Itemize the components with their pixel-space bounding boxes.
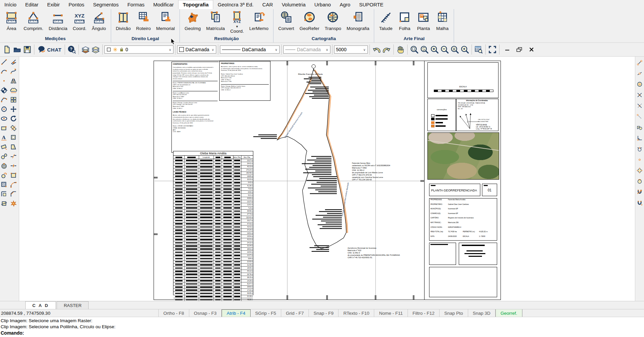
zoom-window-icon[interactable] <box>409 44 419 55</box>
ribbon-button-convert[interactable]: Convert <box>276 10 297 32</box>
ribbon-tab-editar[interactable]: Editar <box>21 0 43 9</box>
snap-off-icon[interactable] <box>636 188 644 196</box>
ribbon-button-matrcula[interactable]: Matrícula <box>203 10 228 32</box>
angle-line-icon[interactable] <box>9 58 18 66</box>
snap-quadrant-icon[interactable] <box>636 166 644 175</box>
ribbon-button-lermemo[interactable]: LerMemo <box>247 10 271 32</box>
ribbon-tab-in-cio[interactable]: Início <box>0 0 21 9</box>
ribbon-tab-urbano[interactable]: Urbano <box>310 0 335 9</box>
ribbon-button-roteiro[interactable]: Roteiro <box>133 10 154 32</box>
chevron-down-icon[interactable]: ∨ <box>212 48 214 52</box>
spline-icon[interactable] <box>9 67 18 75</box>
chevron-down-icon[interactable]: ∨ <box>169 48 171 52</box>
cad-canvas[interactable]: CONFRONTANTESConcordamos com as medidas … <box>19 57 635 301</box>
ribbon-tab-agro[interactable]: Agro <box>335 0 355 9</box>
move-icon[interactable] <box>9 105 18 113</box>
toggle-snap-f9[interactable]: Snap - F9 <box>309 309 339 317</box>
cloud-icon[interactable] <box>9 86 18 94</box>
fullscreen-icon[interactable] <box>487 44 497 55</box>
ribbon-button-diviso[interactable]: Divisão <box>113 10 133 32</box>
pan-icon[interactable] <box>395 44 406 55</box>
command-area[interactable]: Clip Imagem: Selecione uma Imagem Raster… <box>0 317 644 337</box>
explode-icon[interactable] <box>9 200 18 208</box>
fillet-rect-icon[interactable] <box>0 190 8 198</box>
toggle-rtexto-f10[interactable]: RTexto - F10 <box>339 309 374 317</box>
chat-button[interactable]: CHAT <box>36 45 63 54</box>
undo-icon[interactable] <box>372 44 382 55</box>
scale-combo[interactable]: 5000∨ <box>334 45 368 54</box>
toggle-atrib-f4[interactable]: Atrib - F4 <box>222 309 251 317</box>
zoom-in-icon[interactable] <box>429 44 440 55</box>
circle-copy-icon[interactable] <box>0 171 8 179</box>
snap-node-icon[interactable] <box>636 156 644 164</box>
rotate-icon[interactable] <box>9 115 18 123</box>
chevron-down-icon[interactable]: ∨ <box>326 48 328 52</box>
snap-extension-icon[interactable] <box>636 113 644 121</box>
ribbon-button-monografia[interactable]: Monografia <box>344 10 372 32</box>
polyline-icon[interactable] <box>0 67 8 75</box>
view-tab-raster[interactable]: RASTER <box>57 301 89 309</box>
table-search-icon[interactable] <box>474 44 484 55</box>
trapezoid-icon[interactable] <box>9 143 18 151</box>
circle-icon[interactable] <box>0 105 8 113</box>
view-tab-cad[interactable]: C A D <box>25 301 56 309</box>
chamfer-icon[interactable] <box>9 190 18 198</box>
ribbon-tab-segmentos[interactable]: Segmentos <box>89 0 123 9</box>
snap-nearest-icon[interactable] <box>636 177 644 185</box>
layers-edit-icon[interactable] <box>80 44 91 55</box>
line-icon[interactable] <box>0 58 8 66</box>
ribbon-button-planta[interactable]: Planta <box>414 10 433 32</box>
ribbon-button-rea[interactable]: Área <box>2 10 21 32</box>
zoom-all-icon[interactable] <box>460 44 470 55</box>
arc-icon[interactable] <box>0 96 8 104</box>
command-prompt[interactable]: Comando: <box>1 330 644 336</box>
ribbon-button-coord[interactable]: XYZ▼Coord. <box>228 10 247 34</box>
break-point-icon[interactable] <box>9 162 18 170</box>
ribbon-tab-geoincra-3-ed-[interactable]: GeoIncra 3ª Ed. <box>213 0 258 9</box>
hatch-icon[interactable] <box>0 181 8 189</box>
break-icon[interactable] <box>9 152 18 160</box>
fillet-icon[interactable] <box>9 181 18 189</box>
ribbon-tab-suporte[interactable]: SUPORTE <box>355 0 388 9</box>
zoom-extents-icon[interactable] <box>419 44 429 55</box>
ribbon-tab-pontos[interactable]: Pontos <box>64 0 89 9</box>
array-icon[interactable] <box>9 96 18 104</box>
ribbon-button-talude[interactable]: Talude <box>376 10 395 32</box>
toggle-sgrip-f5[interactable]: SGrip - F5 <box>251 309 281 317</box>
toggle-grid-f7[interactable]: Grid - F7 <box>281 309 309 317</box>
linetype-combo[interactable]: DaCamada∨ <box>220 45 280 54</box>
rectangle-icon[interactable] <box>0 124 8 132</box>
save-icon[interactable] <box>22 44 32 55</box>
snap-apparent-icon[interactable] <box>636 102 644 110</box>
ribbon-tab-exibir[interactable]: Exibir <box>43 0 64 9</box>
toggle-filtro-f12[interactable]: Filtro - F12 <box>408 309 440 317</box>
restore-icon[interactable] <box>513 44 525 55</box>
offset-icon[interactable] <box>9 124 18 132</box>
ribbon-button-coord[interactable]: XYZCoord. <box>70 10 89 32</box>
mirror-icon[interactable] <box>9 77 18 85</box>
sheet-icon[interactable] <box>9 171 18 179</box>
chevron-down-icon[interactable]: ∨ <box>363 48 365 52</box>
ribbon-button-transpo[interactable]: Transpo <box>322 10 344 32</box>
circle-tangent-icon[interactable] <box>0 152 8 160</box>
ribbon-button-distncia[interactable]: Distância <box>46 10 70 32</box>
ribbon-tab-car[interactable]: CAR <box>258 0 278 9</box>
position-icon[interactable] <box>0 86 8 94</box>
ribbon-tab-formas[interactable]: Formas <box>123 0 149 9</box>
text-icon[interactable]: A <box>0 133 8 142</box>
chevron-down-icon[interactable]: ∨ <box>275 48 277 52</box>
toggle-ortho-f8[interactable]: Ortho - F8 <box>158 309 189 317</box>
ribbon-button-geoimg[interactable]: GeoImg <box>182 10 203 32</box>
snap-midpoint-icon[interactable] <box>636 69 644 78</box>
ellipse-icon[interactable] <box>0 115 8 123</box>
snap-intersection-icon[interactable] <box>636 91 644 99</box>
ribbon-tab-topografia[interactable]: Topografia <box>178 0 213 9</box>
toggle-osnap-f3[interactable]: Osnap - F3 <box>189 309 222 317</box>
ribbon-button-comprim[interactable]: Comprim. <box>21 10 46 32</box>
toggle-nome-f11[interactable]: Nome - F11 <box>374 309 408 317</box>
toggle-snap-pto[interactable]: Snap Pto <box>440 309 468 317</box>
layer-combo[interactable]: 0∨ <box>104 45 173 54</box>
snap-center-icon[interactable] <box>636 80 644 88</box>
zoom-out-icon[interactable] <box>440 44 450 55</box>
ribbon-button-ngulo[interactable]: Ângulo <box>89 10 109 32</box>
